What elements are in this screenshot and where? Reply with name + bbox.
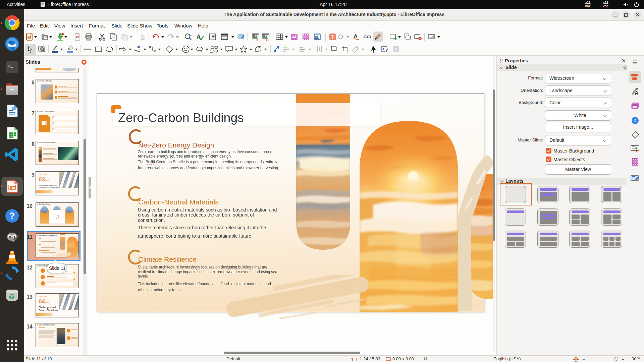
- svg-text:T: T: [331, 34, 335, 40]
- svg-text:>_: >_: [8, 63, 13, 68]
- svg-text:A: A: [635, 90, 639, 96]
- svg-text:?: ?: [9, 211, 15, 221]
- svg-text:Ω: Ω: [338, 33, 343, 41]
- svg-text:♻: ♻: [8, 292, 15, 301]
